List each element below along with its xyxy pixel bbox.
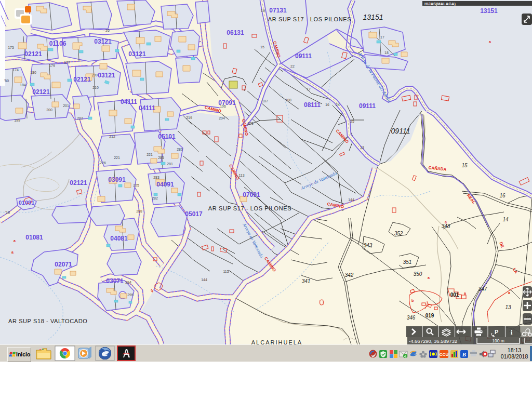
svg-text:a: a [508, 291, 510, 295]
svg-text:ALCARIHUELA: ALCARIHUELA [251, 339, 302, 344]
svg-text:352: 352 [394, 231, 403, 236]
svg-text:01091: 01091 [19, 200, 35, 206]
svg-text:100 m: 100 m [492, 338, 504, 343]
svg-text:177: 177 [64, 61, 70, 64]
svg-text:04091: 04091 [156, 181, 174, 188]
svg-text:b: b [411, 299, 414, 302]
svg-text:285: 285 [158, 156, 164, 159]
svg-text:01106: 01106 [49, 40, 66, 47]
svg-text:343: 343 [364, 243, 373, 248]
svg-text:294: 294 [125, 281, 131, 284]
svg-text:001: 001 [450, 292, 459, 298]
svg-text:16: 16 [325, 103, 329, 107]
svg-text:346: 346 [407, 315, 416, 321]
svg-text:351: 351 [403, 259, 412, 265]
svg-text:02121: 02121 [73, 76, 91, 83]
svg-text:144: 144 [348, 198, 354, 202]
svg-text:283: 283 [153, 176, 159, 179]
svg-text:04111: 04111 [139, 104, 155, 112]
svg-text:Inicio: Inicio [16, 351, 30, 357]
svg-text:a: a [445, 220, 447, 224]
svg-text:HIJAS(MALAGA): HIJAS(MALAGA) [424, 2, 456, 6]
svg-text:347: 347 [478, 286, 487, 292]
svg-text:a: a [11, 250, 14, 254]
svg-text:a: a [14, 239, 16, 243]
svg-text:'50: '50 [4, 79, 9, 83]
svg-text:03121: 03121 [128, 50, 146, 58]
svg-text:280: 280 [177, 148, 183, 151]
svg-text:175: 175 [8, 46, 14, 49]
svg-text:180: 180 [30, 71, 36, 74]
svg-text:AR SUP S17 - LOS PILONES: AR SUP S17 - LOS PILONES [208, 205, 291, 211]
svg-text:342: 342 [345, 272, 354, 278]
svg-text:19: 19 [261, 9, 265, 12]
svg-text:02121: 02121 [32, 88, 50, 96]
svg-text:201: 201 [63, 104, 69, 108]
svg-text:174: 174 [12, 68, 19, 72]
svg-text:04111: 04111 [121, 98, 137, 105]
svg-text:18:13: 18:13 [508, 347, 521, 353]
svg-text:295: 295 [127, 293, 134, 297]
svg-text:22: 22 [290, 64, 295, 68]
svg-text:AR SUP S18 - VALTOCADO: AR SUP S18 - VALTOCADO [8, 318, 87, 324]
svg-text:B: B [462, 351, 466, 357]
svg-text:13: 13 [360, 145, 364, 149]
svg-text:02071: 02071 [55, 261, 72, 268]
svg-text:13151: 13151 [480, 7, 498, 15]
svg-text:09111: 09111 [391, 127, 410, 135]
svg-text:14: 14 [502, 217, 509, 222]
svg-text:a: a [464, 291, 466, 295]
svg-text:05017: 05017 [185, 210, 203, 218]
svg-text:209: 209 [91, 73, 98, 77]
svg-text:08111: 08111 [304, 101, 321, 109]
svg-text:221: 221 [147, 153, 153, 156]
svg-text:01/08/2018: 01/08/2018 [501, 353, 528, 360]
svg-text:281: 281 [167, 162, 173, 166]
svg-text:07131: 07131 [269, 7, 287, 14]
svg-text:184: 184 [20, 83, 26, 87]
svg-text:204: 204 [219, 116, 225, 120]
svg-text:212: 212 [109, 135, 115, 138]
svg-text:341: 341 [302, 278, 311, 284]
svg-text:219: 219 [186, 116, 192, 119]
svg-text:105: 105 [247, 122, 254, 125]
svg-text:226: 226 [100, 161, 106, 165]
svg-text:16: 16 [499, 193, 506, 198]
svg-text:17: 17 [307, 87, 311, 91]
svg-text:P: P [495, 329, 498, 335]
svg-text:24: 24 [336, 103, 340, 107]
svg-text:288: 288 [136, 209, 142, 213]
svg-text:25: 25 [350, 119, 354, 123]
svg-text:03071: 03071 [106, 277, 124, 285]
svg-text:06131: 06131 [227, 29, 244, 36]
svg-text:03121: 03121 [94, 38, 112, 45]
svg-text:115: 115 [223, 270, 229, 273]
svg-text:108: 108 [285, 98, 291, 102]
svg-text:02121: 02121 [70, 179, 87, 187]
svg-text:210: 210 [92, 86, 99, 89]
svg-text:a: a [489, 40, 491, 44]
svg-text:200: 200 [46, 108, 52, 112]
svg-text:13151: 13151 [363, 13, 383, 21]
svg-text:179: 179 [49, 64, 55, 68]
svg-text:17: 17 [380, 35, 384, 39]
svg-text:350: 350 [414, 271, 422, 277]
svg-text:13: 13 [505, 304, 511, 310]
svg-text:15: 15 [260, 45, 264, 49]
svg-text:18: 18 [384, 51, 389, 55]
svg-text:225: 225 [133, 183, 139, 187]
svg-text:02121: 02121 [24, 50, 42, 58]
svg-text:-4.667290, 36.589732: -4.667290, 36.589732 [409, 338, 457, 344]
svg-text:03091: 03091 [108, 176, 126, 183]
svg-text:107: 107 [262, 99, 268, 103]
svg-text:15: 15 [461, 163, 468, 168]
svg-text:202: 202 [77, 116, 83, 120]
svg-text:144: 144 [201, 278, 207, 282]
svg-text:04081: 04081 [110, 235, 128, 242]
svg-text:221: 221 [114, 156, 120, 159]
svg-text:09111: 09111 [295, 52, 312, 60]
svg-text:019: 019 [425, 313, 434, 318]
svg-text:348: 348 [442, 223, 450, 229]
svg-text:106: 106 [220, 104, 226, 108]
svg-text:09111: 09111 [359, 102, 376, 110]
